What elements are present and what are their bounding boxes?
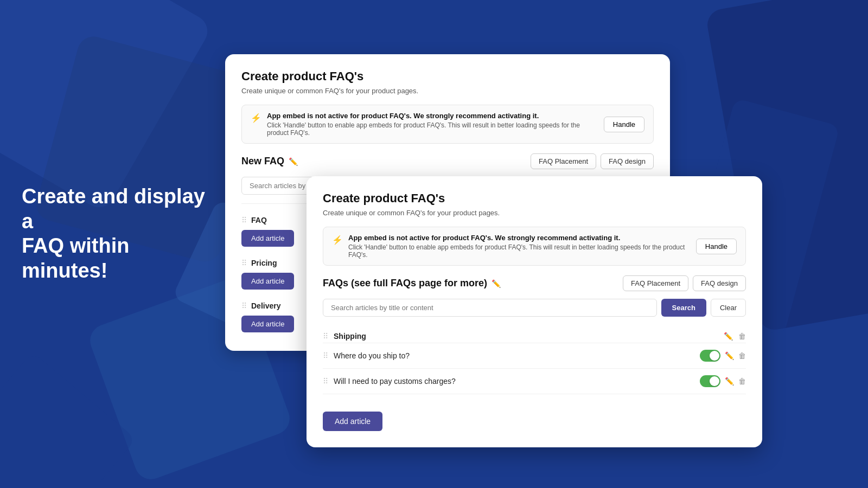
front-faq-title: FAQs (see full FAQs page for more) ✏️ [323,278,501,289]
back-edit-icon[interactable]: ✏️ [289,157,298,166]
front-faq-group-shipping: ⠿ Shipping ✏️ 🗑 [323,325,746,343]
faq-category-name-1: Pricing [251,259,277,267]
front-alert-icon: ⚡ [332,235,343,245]
front-faq-row-0-actions: ✏️ 🗑 [700,350,746,362]
front-clear-button[interactable]: Clear [711,299,746,317]
front-edit-row-0-icon[interactable]: ✏️ [725,351,734,360]
front-toggle-1[interactable] [700,375,720,387]
back-header-buttons: FAQ Placement FAQ design [531,153,654,169]
front-faq-placement-button[interactable]: FAQ Placement [623,275,688,291]
drag-handle-pricing[interactable]: ⠿ [241,259,247,267]
alert-icon: ⚡ [251,113,261,123]
front-delete-row-1-icon[interactable]: 🗑 [738,377,746,386]
drag-handle-faq[interactable]: ⠿ [241,216,247,224]
front-alert-text: App embed is not active for product FAQ'… [348,234,691,259]
drag-handle-row-1[interactable]: ⠿ [323,377,328,386]
back-alert-banner: ⚡ App embed is not active for product FA… [241,105,654,144]
front-edit-shipping-icon[interactable]: ✏️ [724,332,733,341]
back-alert-body: Click 'Handle' button to enable app embe… [267,121,598,137]
front-alert-body: Click 'Handle' button to enable app embe… [348,243,691,259]
front-edit-row-1-icon[interactable]: ✏️ [725,377,734,386]
back-add-article-pricing[interactable]: Add article [241,273,294,290]
front-faq-row-title-0: Where do you ship to? [334,351,694,360]
front-faq-row-0: ⠿ Where do you ship to? ✏️ 🗑 [323,343,746,369]
front-faq-row-1-actions: ✏️ 🗑 [700,375,746,387]
front-alert-strong: App embed is not active for product FAQ'… [348,234,691,242]
front-handle-button[interactable]: Handle [696,239,737,254]
back-add-article-faq[interactable]: Add article [241,230,294,247]
faq-category-name-0: FAQ [251,216,267,224]
front-toggle-0[interactable] [700,350,720,362]
back-section-header: New FAQ ✏️ FAQ Placement FAQ design [241,153,654,169]
tagline: Create and display a FAQ within minutes! [22,184,217,283]
front-alert-banner: ⚡ App embed is not active for product FA… [323,227,746,266]
back-add-article-delivery[interactable]: Add article [241,316,294,332]
drag-handle-shipping[interactable]: ⠿ [323,332,328,341]
back-card-subtitle: Create unique or common FAQ's for your p… [241,87,654,95]
front-search-row: Search Clear [323,299,746,317]
front-section-header: FAQs (see full FAQs page for more) ✏️ FA… [323,275,746,291]
back-faq-design-button[interactable]: FAQ design [601,153,654,169]
back-alert-strong: App embed is not active for product FAQ'… [267,112,598,120]
drag-handle-delivery[interactable]: ⠿ [241,301,247,310]
back-faq-title: New FAQ ✏️ [241,156,298,167]
front-edit-icon[interactable]: ✏️ [492,279,501,288]
drag-handle-row-0[interactable]: ⠿ [323,351,328,360]
card-front: Create product FAQ's Create unique or co… [307,176,762,447]
back-handle-button[interactable]: Handle [604,117,644,132]
back-faq-placement-button[interactable]: FAQ Placement [531,153,596,169]
front-search-button[interactable]: Search [661,299,706,317]
back-alert-text: App embed is not active for product FAQ'… [267,112,598,137]
front-delete-row-0-icon[interactable]: 🗑 [738,351,746,360]
front-header-buttons: FAQ Placement FAQ design [623,275,746,291]
front-faq-row-1: ⠿ Will I need to pay customs charges? ✏️… [323,369,746,394]
front-add-article-button[interactable]: Add article [323,412,382,431]
back-card-title: Create product FAQ's [241,69,654,84]
faq-category-name-2: Delivery [251,301,280,310]
front-group-title-shipping: Shipping [334,332,718,341]
front-delete-shipping-icon[interactable]: 🗑 [738,332,746,341]
front-faq-design-button[interactable]: FAQ design [693,275,746,291]
front-card-subtitle: Create unique or common FAQ's for your p… [323,209,746,217]
front-search-input[interactable] [323,299,657,317]
front-card-title: Create product FAQ's [323,191,746,206]
front-faq-row-title-1: Will I need to pay customs charges? [334,377,694,386]
